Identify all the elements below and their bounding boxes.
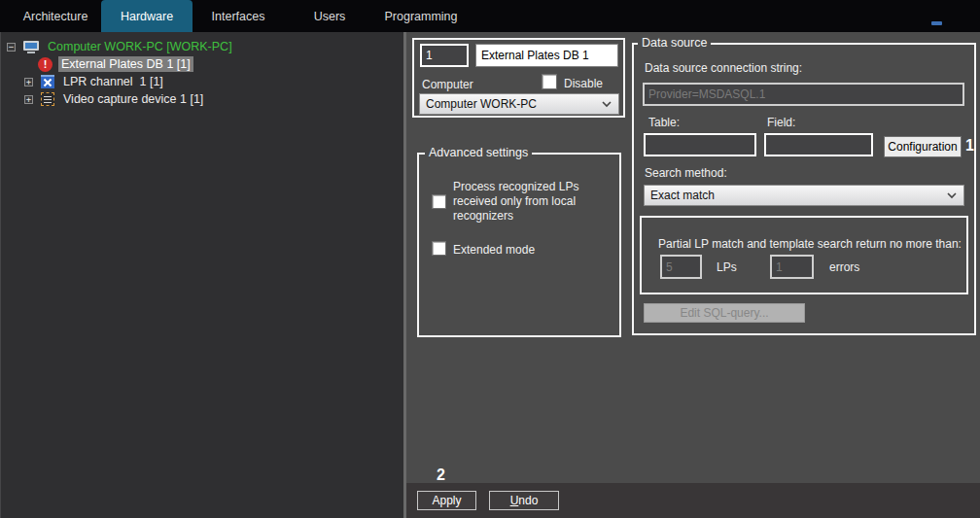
video-capture-icon (41, 92, 54, 106)
computer-label: Computer (422, 78, 473, 91)
tab-users[interactable]: Users (284, 0, 375, 32)
field-input[interactable] (764, 133, 873, 156)
table-label: Table: (648, 116, 680, 129)
tab-architecture[interactable]: Architecture (10, 0, 101, 32)
general-groupbox: Computer Disable Computer WORK-PC (412, 38, 625, 118)
partial-match-label: Partial LP match and template search ret… (658, 237, 962, 251)
tab-interfaces[interactable]: Interfaces (192, 0, 284, 32)
extended-mode-checkbox[interactable] (432, 241, 446, 256)
object-name-input[interactable] (475, 44, 618, 67)
search-method-value: Exact match (650, 189, 946, 202)
tree-label-external-plates-db[interactable]: External Plates DB 1 [1] (58, 56, 193, 72)
process-local-lps-checkbox[interactable] (432, 194, 446, 209)
tree-row-computer[interactable]: − Computer WORK-PC [WORK-PC] (1, 38, 403, 55)
computer-select-value: Computer WORK-PC (426, 97, 601, 111)
edit-sql-query-button: Edit SQL-query... (644, 303, 805, 323)
nav-collapse-dash-icon[interactable] (931, 21, 942, 25)
settings-panel: Computer Disable Computer WORK-PC Advanc… (403, 32, 980, 483)
alert-icon: ! (38, 57, 52, 72)
errors-count-input (770, 255, 814, 279)
apply-button[interactable]: Apply (417, 491, 476, 510)
chevron-down-icon (946, 191, 958, 199)
expand-plus-icon[interactable]: + (24, 95, 33, 104)
undo-button[interactable]: Undo (489, 491, 559, 510)
advanced-settings-groupbox: Advanced settings Process recognized LPs… (417, 153, 621, 337)
search-method-select[interactable]: Exact match (644, 185, 964, 206)
field-label: Field: (767, 116, 795, 129)
tree-label-video-capture[interactable]: Video capture device 1 [1] (60, 91, 206, 107)
lpr-channel-icon (41, 75, 54, 88)
lps-label: LPs (717, 260, 737, 274)
computer-select[interactable]: Computer WORK-PC (419, 93, 619, 115)
disable-label: Disable (564, 77, 603, 90)
tab-hardware[interactable]: Hardware (101, 0, 192, 32)
disable-checkbox[interactable] (542, 74, 557, 89)
advanced-settings-title: Advanced settings (425, 146, 532, 159)
tree-row-external-plates-db[interactable]: ! External Plates DB 1 [1] (1, 55, 403, 73)
data-source-groupbox: Data source Data source connection strin… (632, 43, 976, 335)
partial-match-groupbox: Partial LP match and template search ret… (640, 216, 968, 294)
extended-mode-label: Extended mode (453, 243, 535, 257)
hardware-tree-panel: − Computer WORK-PC [WORK-PC] ! External … (0, 32, 403, 518)
tab-programming[interactable]: Programming (375, 0, 467, 32)
chevron-down-icon (601, 100, 612, 108)
expand-plus-icon[interactable]: + (24, 78, 33, 86)
connection-string-label: Data source connection string: (645, 61, 802, 75)
configuration-button[interactable]: Configuration (884, 136, 962, 157)
connection-string-input (643, 83, 964, 106)
tree-label-computer[interactable]: Computer WORK-PC [WORK-PC] (45, 39, 235, 54)
lps-count-input (660, 255, 702, 279)
object-id-input[interactable] (420, 44, 469, 67)
tree-label-lpr-channel[interactable]: LPR channel 1 [1] (60, 74, 166, 89)
search-method-label: Search method: (645, 166, 727, 180)
top-nav-bar: Architecture Hardware Interfaces Users P… (0, 0, 980, 32)
errors-label: errors (829, 260, 859, 274)
tree-row-video-capture[interactable]: + Video capture device 1 [1] (1, 90, 403, 108)
data-source-title: Data source (638, 36, 711, 50)
process-local-lps-label: Process recognized LPs received only fro… (453, 180, 601, 224)
annotation-marker-2: 2 (437, 466, 445, 484)
tree-row-lpr-channel[interactable]: + LPR channel 1 [1] (1, 73, 403, 90)
table-input[interactable] (644, 133, 756, 156)
computer-icon (23, 41, 39, 53)
expand-minus-icon[interactable]: − (7, 43, 16, 52)
annotation-marker-1: 1 (965, 137, 974, 155)
